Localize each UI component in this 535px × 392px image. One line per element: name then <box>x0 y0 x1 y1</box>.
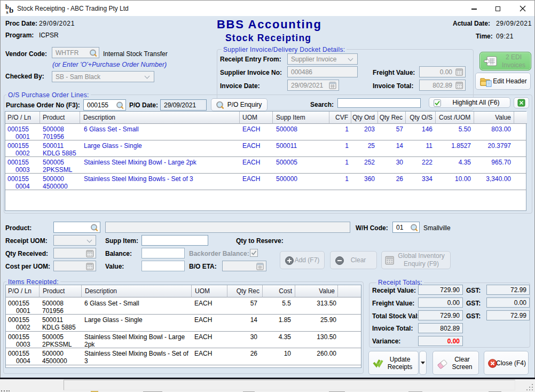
svg-text:b: b <box>9 6 13 14</box>
svg-text:s: s <box>6 9 9 15</box>
